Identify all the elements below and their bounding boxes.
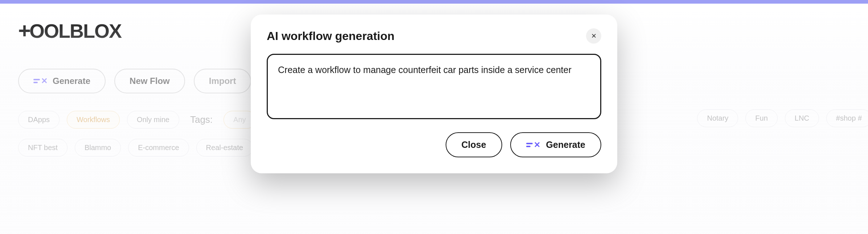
- tag-lnc[interactable]: LNC: [785, 109, 819, 127]
- modal-generate-button[interactable]: ✕ Generate: [510, 132, 601, 157]
- import-button[interactable]: Import: [194, 69, 251, 93]
- right-tag-chips: Notary Fun LNC #shop #: [697, 109, 850, 127]
- generate-button[interactable]: ✕ Generate: [18, 69, 106, 93]
- modal-title: AI workflow generation: [267, 29, 394, 43]
- modal-panel: AI workflow generation ✕ Close ✕ Generat…: [251, 15, 617, 173]
- tag-shop[interactable]: #shop #: [826, 109, 868, 127]
- workflow-prompt-input[interactable]: [267, 54, 601, 119]
- modal-close-button[interactable]: Close: [446, 132, 502, 157]
- ai-workflow-modal: AI workflow generation ✕ Close ✕ Generat…: [251, 15, 617, 173]
- generate-icon: ✕: [33, 77, 48, 85]
- close-icon-button[interactable]: ✕: [586, 28, 601, 44]
- new-flow-label: New Flow: [130, 76, 170, 86]
- plus-icon: +: [18, 18, 30, 43]
- generate-icon: ✕: [526, 141, 540, 149]
- generate-button-label: Generate: [53, 76, 90, 86]
- top-accent-bar: [0, 0, 868, 4]
- tags-label: Tags:: [190, 114, 213, 125]
- filter-dapps[interactable]: DApps: [18, 111, 60, 129]
- brand-text: OOLBLOX: [29, 20, 121, 42]
- filter-only-mine[interactable]: Only mine: [127, 111, 179, 129]
- import-label: Import: [209, 76, 236, 86]
- close-icon: ✕: [591, 32, 597, 40]
- tag-ecommerce[interactable]: E-commerce: [128, 139, 189, 157]
- modal-header: AI workflow generation ✕: [267, 28, 601, 44]
- tag-real-estate[interactable]: Real-estate: [196, 139, 253, 157]
- filter-workflows[interactable]: Workflows: [67, 111, 120, 129]
- tag-nft-best[interactable]: NFT best: [18, 139, 67, 157]
- modal-actions: Close ✕ Generate: [267, 132, 601, 157]
- modal-generate-label: Generate: [546, 140, 585, 150]
- tag-fun[interactable]: Fun: [745, 109, 777, 127]
- new-flow-button[interactable]: New Flow: [114, 69, 185, 93]
- tag-blammo[interactable]: Blammo: [75, 139, 121, 157]
- tag-notary[interactable]: Notary: [697, 109, 738, 127]
- modal-close-label: Close: [462, 140, 486, 150]
